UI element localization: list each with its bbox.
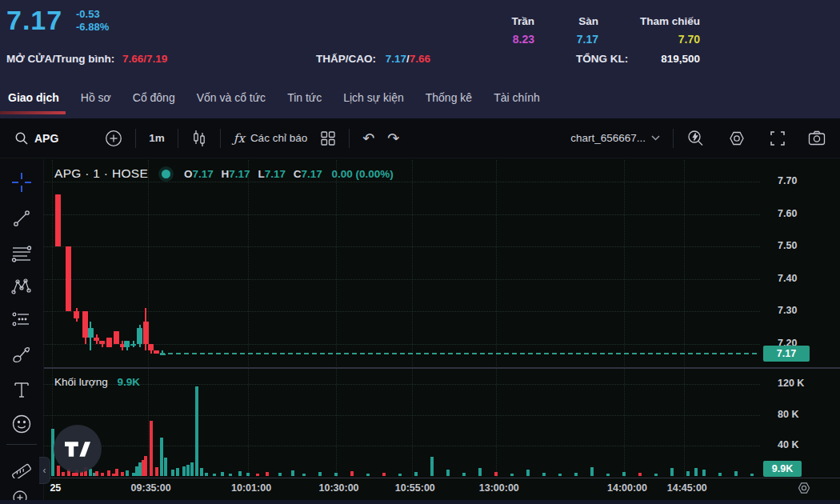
open-key: O bbox=[184, 168, 193, 180]
price-axis-label: 7.70 bbox=[778, 175, 797, 186]
text-tool[interactable] bbox=[8, 376, 35, 403]
reference-label: Tham chiếu bbox=[620, 13, 700, 30]
volume-bar bbox=[638, 473, 642, 476]
volume-bar bbox=[256, 474, 259, 476]
average-value: 7.19 bbox=[146, 53, 167, 65]
chart-settings-button[interactable] bbox=[722, 125, 752, 152]
crosshair-tool[interactable] bbox=[8, 169, 35, 196]
candle bbox=[143, 322, 149, 344]
volume-bar bbox=[221, 472, 224, 476]
time-gridline bbox=[624, 160, 625, 477]
tab-item-3[interactable]: Vốn và cổ tức bbox=[197, 76, 266, 118]
trend-line-icon bbox=[12, 209, 31, 228]
undo-icon: ↶ bbox=[362, 131, 374, 146]
volume-bar bbox=[62, 472, 65, 476]
volume-bar bbox=[213, 474, 216, 476]
tradingview-mark-icon bbox=[65, 442, 90, 457]
chevron-down-icon bbox=[651, 135, 660, 141]
symbol-label: APG bbox=[34, 132, 58, 145]
time-axis-label: 14:00:00 bbox=[607, 482, 647, 494]
forecast-tool[interactable] bbox=[8, 306, 35, 334]
close-key: C bbox=[294, 168, 302, 180]
volume-bar bbox=[558, 474, 562, 476]
pane-divider[interactable] bbox=[44, 367, 840, 369]
low-high-label: THẤP/CAO: bbox=[316, 53, 376, 65]
volume-bar bbox=[101, 473, 104, 476]
interval-button[interactable]: 1m bbox=[142, 127, 171, 149]
snapshot-button[interactable] bbox=[802, 126, 832, 151]
time-gridline bbox=[248, 160, 249, 477]
time-axis-label: 10:30:00 bbox=[319, 482, 359, 494]
drawing-toolbar bbox=[0, 159, 44, 504]
toolbar-divider bbox=[6, 444, 37, 445]
total-volume-value: 819,500 bbox=[661, 53, 700, 65]
candle bbox=[74, 311, 79, 318]
time-axis-settings-button[interactable] bbox=[797, 481, 811, 498]
chart-layout-name: chart_656667... bbox=[570, 132, 646, 144]
time-axis-label: 25 bbox=[50, 482, 61, 494]
time-gridline bbox=[684, 160, 685, 477]
fib-retracement-tool[interactable] bbox=[8, 241, 35, 268]
legend-symbol-title: APG · 1 · HOSE bbox=[54, 166, 148, 181]
tab-item-2[interactable]: Cổ đông bbox=[133, 76, 175, 118]
symbol-search-button[interactable]: APG bbox=[8, 126, 65, 150]
low-value: 7.17 bbox=[386, 53, 406, 65]
volume-bar bbox=[398, 474, 402, 476]
candle bbox=[137, 328, 142, 344]
volume-bar bbox=[718, 473, 722, 476]
tab-item-5[interactable]: Lịch sự kiện bbox=[343, 76, 404, 118]
volume-bar bbox=[430, 457, 434, 476]
tab-item-0[interactable]: Giao dịch bbox=[8, 76, 59, 118]
fullscreen-button[interactable] bbox=[763, 126, 792, 151]
layout-grid-button[interactable] bbox=[314, 126, 342, 151]
volume-bar bbox=[205, 473, 208, 476]
trend-line-tool[interactable] bbox=[8, 205, 35, 232]
floor-value: 7.17 bbox=[552, 30, 598, 48]
volume-legend[interactable]: Khối lượng 9.9K bbox=[54, 376, 140, 388]
high-val: 7.17 bbox=[229, 168, 250, 180]
compare-add-button[interactable] bbox=[98, 125, 129, 152]
undo-button[interactable]: ↶ bbox=[356, 126, 381, 150]
volume-bar bbox=[121, 472, 124, 476]
candle bbox=[88, 328, 94, 338]
chart-plot-area[interactable] bbox=[44, 159, 840, 500]
search-lightning-icon bbox=[686, 130, 704, 147]
volume-gridline bbox=[44, 384, 760, 385]
volume-bar bbox=[107, 470, 110, 476]
tradingview-logo[interactable] bbox=[54, 425, 102, 473]
redo-button[interactable]: ↷ bbox=[381, 126, 406, 150]
toolbar-right-group: chart_656667... bbox=[564, 125, 832, 152]
price-axis-label: 7.40 bbox=[778, 273, 797, 284]
toolbar-separator bbox=[178, 129, 178, 148]
volume-bar bbox=[622, 472, 626, 476]
volume-bar bbox=[195, 386, 198, 476]
xabcd-pattern-tool[interactable] bbox=[8, 273, 35, 300]
chart-layout-dropdown[interactable]: chart_656667... bbox=[564, 127, 666, 149]
chart-legend[interactable]: APG · 1 · HOSE O7.17 H7.17 L7.17 C7.17 0… bbox=[54, 166, 394, 181]
brush-tool[interactable] bbox=[8, 341, 35, 368]
price-gridline bbox=[44, 182, 760, 182]
ruler-tool[interactable] bbox=[8, 454, 35, 481]
ceiling-value: 8.23 bbox=[478, 30, 534, 48]
candle-style-button[interactable] bbox=[185, 125, 214, 152]
volume-bar bbox=[462, 473, 466, 476]
volume-axis-label: 40 K bbox=[778, 439, 798, 450]
tab-item-7[interactable]: Tài chính bbox=[494, 76, 540, 118]
tab-item-6[interactable]: Thống kê bbox=[426, 76, 472, 118]
xabcd-pattern-icon bbox=[11, 277, 32, 296]
volume-bar bbox=[155, 467, 158, 476]
volume-bar bbox=[95, 471, 98, 476]
volume-bar bbox=[302, 474, 306, 476]
ceiling-label: Trần bbox=[478, 13, 534, 30]
sidebar-collapse-handle[interactable]: ‹ bbox=[39, 457, 50, 484]
volume-value: 9.9K bbox=[117, 376, 140, 388]
indicators-button[interactable]: ƒx Các chỉ báo bbox=[227, 126, 314, 150]
tab-item-4[interactable]: Tin tức bbox=[287, 76, 322, 118]
volume-gridline bbox=[44, 415, 760, 416]
volume-bar bbox=[164, 458, 167, 476]
open-average-row: MỞ CỬA/Trung bình: 7.66/7.19 bbox=[6, 53, 167, 65]
tab-item-1[interactable]: Hồ sơ bbox=[81, 76, 111, 118]
volume-bar bbox=[654, 474, 658, 476]
emoji-tool[interactable] bbox=[8, 410, 35, 438]
quick-search-button[interactable] bbox=[680, 125, 710, 152]
